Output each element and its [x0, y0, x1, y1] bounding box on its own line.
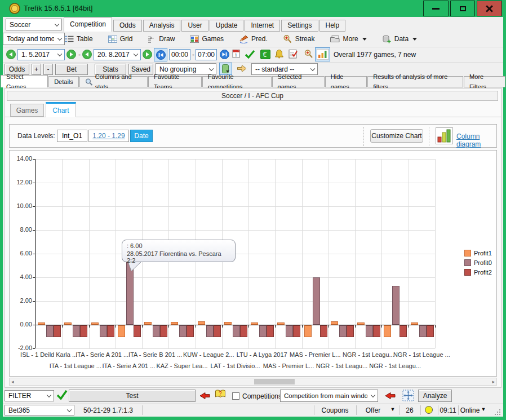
data-level-1[interactable]: Int_O1 [57, 130, 87, 142]
date-to-selector[interactable]: 20. 8.2017 [94, 49, 141, 60]
scroll-right-icon[interactable]: ▸ [492, 378, 495, 385]
pred-toolbar-button[interactable]: Pred. [239, 35, 268, 43]
table-icon [65, 35, 74, 43]
online-dropdown-icon[interactable]: ▼ [480, 406, 487, 412]
grid-toolbar-button[interactable]: Grid [108, 35, 133, 43]
calendar-icon[interactable]: 1 [232, 48, 241, 58]
time-skip-end-button[interactable] [220, 50, 229, 59]
gridline-x [435, 159, 436, 348]
competition-header-text: Soccer / I - AFC Cup [221, 92, 283, 100]
test-button[interactable]: Test [69, 390, 196, 402]
y-axis [35, 159, 36, 348]
date-to-prev-button[interactable] [82, 50, 92, 59]
menu-tab-internet[interactable]: Internet [245, 20, 280, 32]
sport-selector[interactable]: Soccer [6, 19, 62, 30]
move-resize-icon[interactable] [402, 390, 414, 401]
offer-dropdown-icon[interactable]: ▼ [389, 406, 397, 412]
y-tick [33, 301, 35, 302]
confirm-check-icon[interactable] [245, 50, 255, 59]
tab-select-games[interactable]: Select Games [1, 75, 48, 87]
euro-odds-icon[interactable]: € [260, 50, 270, 59]
menu-tab-help[interactable]: Help [319, 20, 346, 32]
menu-tab-analysis[interactable]: Analysis [143, 20, 181, 32]
offer-item[interactable]: Offer [356, 406, 390, 414]
y-tick [33, 230, 35, 231]
coupons-item[interactable]: Coupons [314, 406, 356, 414]
legend-label-profit0: Profit0 [474, 259, 492, 266]
scrollbar-thumb[interactable] [254, 379, 295, 384]
minimize-button[interactable] [423, 1, 449, 16]
chart-hscrollbar[interactable]: ◂ ▸ [9, 378, 497, 386]
filter-check-icon[interactable] [56, 390, 68, 400]
range-selector[interactable]: Today and tomorr... [3, 33, 65, 45]
online-item[interactable]: Online [458, 406, 482, 414]
date-from-next-button[interactable] [66, 50, 76, 59]
filter-selector[interactable]: FILTER [5, 390, 54, 401]
bell-icon[interactable] [274, 49, 284, 59]
scroll-left-icon[interactable]: ◂ [11, 378, 14, 385]
time-to-field[interactable]: 07:00 [196, 49, 217, 60]
maximize-button[interactable] [450, 1, 475, 16]
tab-details[interactable]: Details [48, 76, 79, 87]
search-plus-icon[interactable] [304, 49, 313, 59]
tab-columns-and-stats[interactable]: Columns and stats [79, 76, 148, 87]
tab-favoutite-teams[interactable]: Favoutite Teams [148, 76, 202, 87]
date-from-prev-button[interactable] [6, 50, 16, 59]
analyze-button[interactable]: Analyze [418, 390, 452, 402]
customize-chart-button[interactable]: Customize Chart [370, 129, 423, 143]
table-toolbar-button[interactable]: Table [65, 35, 93, 43]
help-book-icon[interactable]: ? [215, 389, 226, 398]
x-category-label: MAS - Premier L... [285, 351, 345, 358]
data-level-3-date[interactable]: Date [130, 130, 153, 142]
chart-view-icon[interactable] [315, 47, 330, 61]
column-diagram-link[interactable]: Column diagram [456, 132, 496, 148]
time-skip-start-button[interactable] [154, 48, 167, 61]
data-toolbar-button[interactable]: Data [382, 35, 417, 43]
draw-toolbar-button[interactable]: Draw [148, 35, 175, 43]
tab-selected-games[interactable]: Selected games [272, 76, 325, 87]
tab-more-filters[interactable]: More Filters [464, 76, 505, 87]
bar-profit1-7 [224, 322, 232, 325]
y-axis-label: -2.00 [10, 344, 32, 351]
tab-results-of-analysis-of-more-filters[interactable]: Results of analysis of more filters [367, 76, 463, 87]
tab-games[interactable]: Games [10, 104, 44, 117]
bookmaker-selector[interactable]: Bet365 [5, 405, 74, 415]
tab-chart[interactable]: Chart [46, 102, 76, 117]
column-diagram-icon[interactable] [436, 127, 453, 144]
more-toolbar-button[interactable]: More [330, 35, 366, 43]
x-tick [142, 325, 143, 328]
x-tick [196, 325, 196, 328]
bet-button[interactable]: Bet [55, 64, 88, 75]
time-from-field[interactable]: 00:00 [169, 49, 190, 60]
bar-profit1-8 [251, 322, 258, 325]
gridline-x [302, 159, 303, 348]
competitions-checkbox[interactable] [232, 392, 239, 400]
streak-toolbar-button[interactable]: Streak [283, 34, 315, 43]
menu-tab-settings[interactable]: Settings [281, 20, 318, 32]
customize-chart-label: Customize Chart [371, 132, 421, 140]
svg-text:?: ? [219, 391, 222, 397]
data-level-2[interactable]: 1.20 - 1.29 [88, 130, 129, 142]
date-to-next-button[interactable] [143, 50, 152, 59]
resize-grip[interactable] [494, 409, 500, 415]
menu-tab-odds[interactable]: Odds [113, 20, 142, 32]
games-toolbar-button[interactable]: Games [190, 35, 224, 43]
tab-chart-label: Chart [52, 107, 69, 114]
tasklist-icon[interactable] [288, 49, 298, 59]
chevron-down-icon [47, 393, 51, 397]
database-icon [382, 35, 392, 43]
tab-favourite-competitions[interactable]: Favourite competitions [202, 76, 272, 87]
minus-button[interactable]: - [43, 64, 53, 75]
menu-tab-user[interactable]: User [181, 20, 208, 32]
x-category-label: NGR - 1st Leagu... [339, 351, 398, 358]
date-from-selector[interactable]: 1. 5.2017 [17, 49, 65, 60]
close-button[interactable] [477, 1, 502, 16]
competition-header: Soccer / I - AFC Cup [7, 91, 498, 101]
pencil-icon [239, 35, 248, 43]
gridline-y [35, 206, 435, 207]
menu-tab-update[interactable]: Update [210, 20, 244, 32]
tab-hide-games[interactable]: Hide games [325, 76, 367, 87]
menu-tab-competition[interactable]: Competition [64, 17, 112, 32]
competition-selector[interactable]: Competition from main window [280, 390, 378, 402]
chevron-down-icon [310, 66, 315, 70]
